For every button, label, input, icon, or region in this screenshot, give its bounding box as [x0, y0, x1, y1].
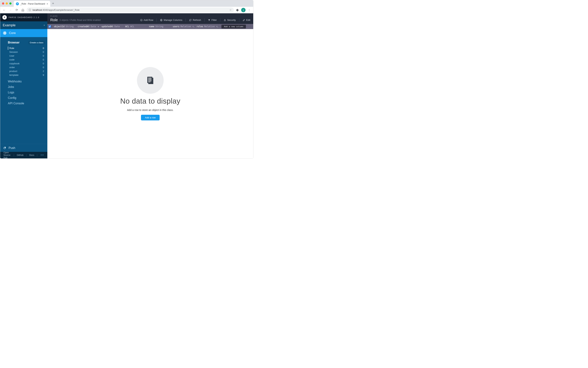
sidebar-class-code[interactable]: code0	[0, 58, 47, 62]
filter-icon	[208, 19, 210, 21]
column-header-objectid[interactable]: objectIdString	[52, 24, 76, 29]
reload-button[interactable]: ⟳	[14, 8, 19, 13]
class-name-label: User	[9, 55, 14, 57]
site-info-icon[interactable]: ⓘ	[29, 9, 31, 12]
header-row: Role 0 objects • Public Read and Write e…	[47, 17, 253, 24]
sidebar: PARSE DASHBOARD 2.1.0 Example ▾ Core Bro…	[0, 13, 47, 158]
sidebar-class-role[interactable]: Role0	[0, 46, 47, 50]
select-all-cell[interactable]	[47, 25, 52, 28]
manage-columns-button[interactable]: Manage Columns	[160, 19, 182, 21]
column-header-users[interactable]: usersRelation <…	[171, 24, 195, 29]
class-name-label: product	[9, 70, 17, 73]
chevron-down-icon: ▾	[44, 24, 45, 27]
svg-point-5	[5, 147, 6, 148]
brand-text: PARSE DASHBOARD 2.1.0	[9, 16, 39, 18]
sidebar-link-logs[interactable]: Logs	[0, 90, 47, 95]
class-meta: 0 objects • Public Read and Write enable…	[60, 19, 101, 21]
empty-state-icon-bg	[137, 67, 164, 94]
sidebar-link-config[interactable]: Config	[0, 95, 47, 101]
sidebar-class-order[interactable]: order0	[0, 65, 47, 69]
document-stack-icon	[145, 75, 156, 86]
sidebar-class-product[interactable]: product2	[0, 69, 47, 73]
sidebar-class-copybook[interactable]: copybook0	[0, 62, 47, 65]
chrome-tab-strip: P _Role - Parse Dashboard × +	[0, 0, 253, 7]
close-window-icon[interactable]	[2, 2, 4, 5]
browser-tab[interactable]: P _Role - Parse Dashboard ×	[14, 1, 50, 7]
sidebar-class-template[interactable]: template9	[0, 73, 47, 77]
sidebar-section-core[interactable]: Core	[0, 29, 47, 37]
sidebar-browser-heading[interactable]: Browser Create a class	[0, 40, 47, 46]
column-header-acl[interactable]: ACLACL	[123, 24, 147, 29]
edit-button[interactable]: Edit	[243, 19, 250, 21]
select-all-checkbox[interactable]	[48, 25, 51, 28]
new-tab-button[interactable]: +	[52, 2, 54, 6]
sidebar-link-api-console[interactable]: API Console	[0, 101, 47, 106]
main-content: CLASS Role 0 objects • Public Read and W…	[47, 13, 253, 158]
empty-title: No data to display	[120, 97, 180, 105]
column-header-row: objectIdStringcreatedAtDate▼updatedAtDat…	[47, 24, 253, 29]
url-text: localhost:4040/apps/Example/browser/_Rol…	[33, 9, 80, 11]
class-name-label: template	[9, 74, 19, 76]
bookmark-icon[interactable]: ☆	[229, 9, 232, 11]
minimize-window-icon[interactable]	[6, 2, 8, 5]
sidebar-link-jobs[interactable]: Jobs	[0, 84, 47, 90]
footer-open-source[interactable]: Open Source Hub	[3, 151, 11, 159]
sidebar-link-webhooks[interactable]: Webhooks	[0, 79, 47, 84]
add-row-button[interactable]: Add Row	[140, 19, 153, 21]
footer-docs[interactable]: Docs	[29, 154, 34, 156]
header-eyebrow: CLASS	[47, 13, 253, 17]
svg-rect-8	[224, 20, 225, 21]
svg-point-0	[4, 33, 5, 34]
chrome-toolbar: ← → ⟳ ⓘ localhost:4040/apps/Example/brow…	[0, 7, 253, 13]
sidebar-class-session[interactable]: Session0	[0, 50, 47, 54]
plus-circle-icon	[140, 19, 143, 21]
empty-subtitle: Add a row to store an object in this cla…	[127, 109, 174, 111]
add-column-button[interactable]: Add a new column	[221, 25, 246, 28]
column-header-updatedat[interactable]: updatedAtDate	[100, 24, 123, 29]
column-header-name[interactable]: nameString	[147, 24, 171, 29]
profile-avatar[interactable]: j	[241, 8, 246, 12]
back-button[interactable]: ←	[2, 8, 7, 13]
main-header: CLASS Role 0 objects • Public Read and W…	[47, 13, 253, 24]
window-controls	[2, 2, 14, 5]
sort-desc-icon: ▼	[98, 26, 99, 28]
class-name: Role	[50, 18, 58, 22]
maximize-window-icon[interactable]	[9, 2, 11, 5]
filter-button[interactable]: Filter	[208, 19, 217, 21]
column-header-roles[interactable]: rolesRelation <…	[195, 24, 218, 29]
push-label: Push	[9, 146, 15, 150]
browser-label: Browser	[8, 41, 19, 44]
refresh-icon	[189, 19, 192, 21]
class-name-label: order	[9, 66, 15, 69]
class-count: 0	[43, 62, 44, 65]
class-count: 0	[43, 51, 44, 53]
tab-close-icon[interactable]: ×	[47, 2, 48, 5]
tab-title: _Role - Parse Dashboard	[20, 3, 45, 5]
class-count: 0	[43, 47, 44, 49]
chrome-menu-icon[interactable]: ⋮	[247, 9, 252, 11]
lock-icon	[224, 19, 226, 21]
add-row-cta-button[interactable]: Add a row	[141, 115, 160, 120]
footer-more-icon[interactable]: •••	[41, 154, 44, 156]
extensions-icon[interactable]	[235, 8, 240, 13]
sidebar-class-user[interactable]: User0	[0, 54, 47, 58]
class-name-label: Session	[9, 51, 18, 53]
create-class-button[interactable]: Create a class	[28, 41, 45, 44]
svg-point-7	[161, 20, 162, 20]
sidebar-section-push[interactable]: Push	[0, 144, 47, 152]
app-selector[interactable]: Example ▾	[0, 21, 47, 29]
class-list: Role0Session0User0code0copybook0order0pr…	[0, 46, 47, 79]
security-button[interactable]: Security	[224, 19, 236, 21]
refresh-button[interactable]: Refresh	[189, 19, 201, 21]
column-header-createdat[interactable]: createdAtDate▼	[76, 24, 100, 29]
address-bar[interactable]: ⓘ localhost:4040/apps/Example/browser/_R…	[27, 8, 234, 13]
class-count: 0	[43, 55, 44, 57]
pencil-icon	[243, 19, 245, 21]
push-icon	[3, 146, 6, 150]
svg-rect-12	[148, 79, 151, 79]
app-root: PARSE DASHBOARD 2.1.0 Example ▾ Core Bro…	[0, 13, 253, 158]
footer-github[interactable]: GitHub	[17, 154, 23, 156]
svg-rect-13	[148, 80, 151, 80]
home-button[interactable]	[20, 8, 25, 13]
forward-button[interactable]: →	[8, 8, 13, 13]
